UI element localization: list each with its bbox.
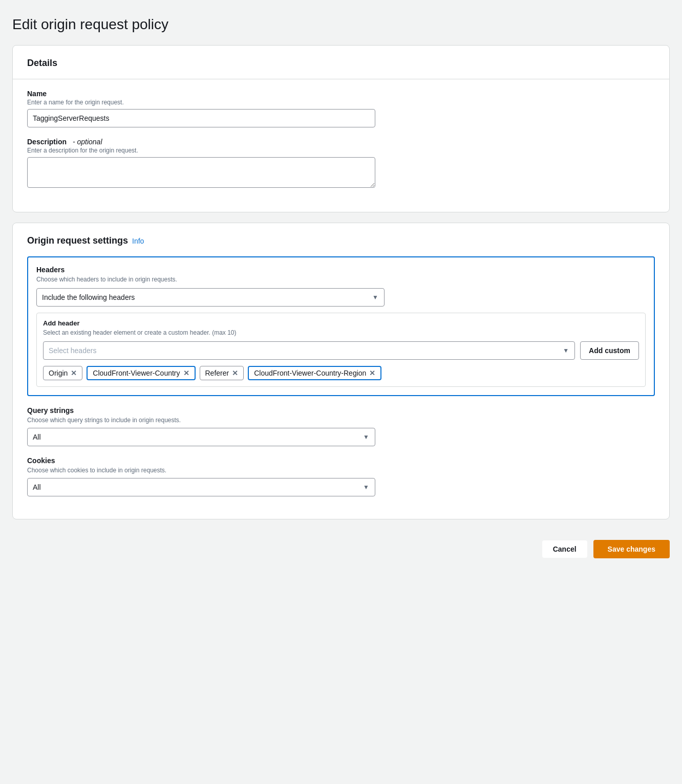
footer-bar: Cancel Save changes <box>12 530 670 562</box>
add-header-hint: Select an existing header element or cre… <box>43 329 639 336</box>
tag-cloudfront-country-close[interactable]: ✕ <box>183 369 189 377</box>
tag-cloudfront-region-label: CloudFront-Viewer-Country-Region <box>254 369 366 377</box>
description-label-text: Description <box>27 138 67 146</box>
cookies-dropdown-wrapper: None All Include the following cookies E… <box>27 478 375 496</box>
tag-cloudfront-region: CloudFront-Viewer-Country-Region ✕ <box>248 366 381 380</box>
query-strings-hint: Choose which query strings to include in… <box>27 417 655 424</box>
description-input[interactable] <box>27 157 375 188</box>
headers-dropdown[interactable]: None Include the following headers All v… <box>36 288 385 307</box>
tag-cloudfront-country: CloudFront-Viewer-Country ✕ <box>87 366 195 380</box>
page-title: Edit origin request policy <box>12 16 670 33</box>
headers-hint: Choose which headers to include in origi… <box>36 276 646 283</box>
select-headers-dropdown[interactable]: Select headers Origin CloudFront-Viewer-… <box>43 341 575 360</box>
query-strings-section: Query strings Choose which query strings… <box>27 406 655 446</box>
headers-section: Headers Choose which headers to include … <box>27 256 655 396</box>
tag-origin: Origin ✕ <box>43 366 82 380</box>
add-header-title: Add header <box>43 319 639 327</box>
settings-title-text: Origin request settings <box>27 235 128 246</box>
headers-dropdown-wrapper: None Include the following headers All v… <box>36 288 385 307</box>
tags-container: Origin ✕ CloudFront-Viewer-Country ✕ Ref… <box>43 366 639 380</box>
name-label: Name <box>27 90 655 98</box>
cancel-button[interactable]: Cancel <box>542 540 587 558</box>
divider <box>13 79 669 79</box>
tag-referer: Referer ✕ <box>200 366 244 380</box>
description-field-group: Description - optional Enter a descripti… <box>27 138 655 189</box>
tag-referer-close[interactable]: ✕ <box>232 369 238 377</box>
save-button[interactable]: Save changes <box>593 540 670 558</box>
description-hint: Enter a description for the origin reque… <box>27 147 655 154</box>
add-custom-button[interactable]: Add custom <box>580 341 639 360</box>
query-strings-dropdown-wrapper: None All Include the following query str… <box>27 428 375 446</box>
cookies-title: Cookies <box>27 456 655 465</box>
query-strings-dropdown[interactable]: None All Include the following query str… <box>27 428 375 446</box>
tag-origin-close[interactable]: ✕ <box>71 369 77 377</box>
info-link[interactable]: Info <box>132 237 144 245</box>
cookies-section: Cookies Choose which cookies to include … <box>27 456 655 496</box>
settings-title: Origin request settings Info <box>27 235 655 246</box>
settings-card: Origin request settings Info Headers Cho… <box>12 223 670 519</box>
tag-cloudfront-country-label: CloudFront-Viewer-Country <box>93 369 180 377</box>
name-input[interactable] <box>27 109 375 127</box>
name-field-group: Name Enter a name for the origin request… <box>27 90 655 127</box>
add-header-section: Add header Select an existing header ele… <box>36 313 646 387</box>
tag-referer-label: Referer <box>205 369 229 377</box>
description-label: Description - optional <box>27 138 655 146</box>
tag-cloudfront-region-close[interactable]: ✕ <box>369 369 375 377</box>
tag-origin-label: Origin <box>49 369 68 377</box>
add-header-row: Select headers Origin CloudFront-Viewer-… <box>43 341 639 360</box>
cookies-hint: Choose which cookies to include in origi… <box>27 467 655 474</box>
select-headers-wrapper: Select headers Origin CloudFront-Viewer-… <box>43 341 575 360</box>
description-optional-text: - optional <box>73 138 102 146</box>
details-title: Details <box>27 58 655 69</box>
name-hint: Enter a name for the origin request. <box>27 99 655 106</box>
headers-title: Headers <box>36 266 646 274</box>
query-strings-title: Query strings <box>27 406 655 415</box>
cookies-dropdown[interactable]: None All Include the following cookies E… <box>27 478 375 496</box>
details-card: Details Name Enter a name for the origin… <box>12 45 670 212</box>
